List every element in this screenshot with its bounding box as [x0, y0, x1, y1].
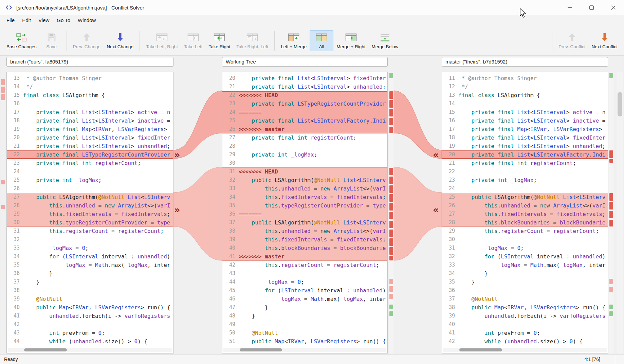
left-pane-line-28[interactable]: 28 this.unhandled = new ArrayList<>(varI	[7, 201, 173, 210]
working-tree-line-47[interactable]: 47 }	[222, 303, 387, 312]
vertical-scrollbar[interactable]	[617, 72, 623, 353]
working-tree-line-28[interactable]: 28	[222, 142, 387, 150]
left-pane-line-36[interactable]: 36 }	[7, 269, 173, 278]
working-tree-line-44[interactable]: 44 _logMax = 0;	[222, 278, 387, 286]
editor-pane-right[interactable]: 11 * @author Thomas Singer12 */13final c…	[442, 72, 608, 353]
scrollbar-thumb[interactable]	[24, 348, 67, 351]
left-pane-line-24[interactable]: 24	[7, 167, 173, 176]
right-pane-line-20[interactable]: 20 private final List<LSIntervalFactory.…	[442, 150, 608, 159]
right-pane-line-21[interactable]: 21 private final int registerCount;	[442, 159, 608, 167]
toolbar-button-merge-below[interactable]: Merge Below	[369, 30, 402, 51]
right-pane-line-16[interactable]: 16 private final List<LSInterval> inacti…	[442, 116, 608, 125]
left-pane-line-26[interactable]: 26	[7, 184, 173, 193]
right-pane-line-38[interactable]: 38 public Map<IRVar, LSVarRegisters> run…	[442, 303, 608, 312]
working-tree-line-32[interactable]: 32 public LSAlgorithm(@NotNull List<LSIn…	[222, 176, 387, 184]
left-pane-line-38[interactable]: 38	[7, 286, 173, 295]
right-pane-line-41[interactable]: 41 int prevFrom = 0;	[442, 329, 608, 337]
left-pane-line-21[interactable]: 21 private final List<LSInterval> unhand…	[7, 142, 173, 150]
menu-edit[interactable]: Edit	[18, 15, 35, 26]
working-tree-line-20[interactable]: 20 private final List<LSInterval> fixedI…	[222, 74, 387, 83]
working-tree-line-43[interactable]: 43	[222, 269, 387, 278]
right-pane-line-42[interactable]: 42 while (unhandled.size() > 0) {	[442, 337, 608, 346]
code-area-right[interactable]: 11 * @author Thomas Singer12 */13final c…	[442, 72, 608, 346]
toolbar-button-save[interactable]: Save	[40, 30, 63, 51]
working-tree-line-35[interactable]: 35 this.typeRegisterCountProvider = type	[222, 201, 387, 210]
working-tree-line-26[interactable]: 26>>>>>>> master	[222, 125, 387, 133]
left-pane-line-15[interactable]: 15final class LSAlgorithm {	[7, 91, 173, 99]
toolbar-button-prev-conflict[interactable]: Prev. Conflict	[555, 30, 588, 51]
working-tree-line-46[interactable]: 46 _logMax = Math.max(_logMax, inter	[222, 295, 387, 303]
right-pane-line-33[interactable]: 33 _logMax = Math.max(_logMax, inter	[442, 261, 608, 269]
scrollbar-thumb[interactable]	[618, 92, 622, 116]
right-pane-line-19[interactable]: 19 private final List<LSInterval> unhand…	[442, 142, 608, 150]
right-pane-line-34[interactable]: 34 }	[442, 269, 608, 278]
working-tree-line-27[interactable]: 27 private final int registerCount;	[222, 133, 387, 142]
working-tree-line-22[interactable]: 22<<<<<<< HEAD	[222, 91, 387, 99]
left-pane-line-17[interactable]: 17 private final List<LSInterval> active…	[7, 108, 173, 116]
right-pane-line-11[interactable]: 11 * @author Thomas Singer	[442, 74, 608, 83]
left-pane-line-32[interactable]: 32	[7, 235, 173, 244]
right-pane-line-27[interactable]: 27 this.fixedIntervals = fixedIntervals;	[442, 210, 608, 218]
right-pane-line-12[interactable]: 12 */	[442, 83, 608, 91]
right-pane-line-15[interactable]: 15 private final List<LSInterval> active…	[442, 108, 608, 116]
left-pane-line-13[interactable]: 13 * @author Thomas Singer	[7, 74, 173, 83]
toolbar-button-take-left[interactable]: Take Left	[181, 30, 206, 51]
horizontal-scrollbar-left[interactable]	[8, 348, 172, 352]
horizontal-scrollbar-right[interactable]	[443, 348, 607, 352]
left-pane-line-23[interactable]: 23 private final int registerCount;	[7, 159, 173, 167]
scrollbar-thumb[interactable]	[459, 348, 502, 351]
left-pane-line-37[interactable]: 37 }	[7, 278, 173, 286]
code-area-left[interactable]: 13 * @author Thomas Singer14 */15final c…	[7, 72, 173, 346]
right-pane-line-13[interactable]: 13final class LSAlgorithm {	[442, 91, 608, 99]
working-tree-line-31[interactable]: 31<<<<<<< HEAD	[222, 167, 387, 176]
left-pane-line-14[interactable]: 14 */	[7, 83, 173, 91]
editor-pane-middle[interactable]: 20 private final List<LSInterval> fixedI…	[222, 72, 388, 353]
working-tree-line-34[interactable]: 34 this.fixedIntervals = fixedIntervals;	[222, 193, 387, 201]
horizontal-scrollbar-middle[interactable]	[223, 348, 386, 352]
apply-right-change-arrow[interactable]: «	[433, 205, 439, 214]
working-tree-line-50[interactable]: 50 @NotNull	[222, 329, 387, 337]
left-pane-line-16[interactable]: 16	[7, 99, 173, 108]
scrollbar-thumb[interactable]	[240, 348, 282, 351]
right-pane-line-39[interactable]: 39 unhandled.forEach(i -> varToRegisters	[442, 312, 608, 320]
left-pane-line-22[interactable]: 22 private final LSTypeRegisterCountProv…	[7, 150, 173, 159]
right-pane-line-30[interactable]: 30	[442, 235, 608, 244]
toolbar-button-take-right[interactable]: Take Right	[206, 30, 234, 51]
toolbar-button-merge-right[interactable]: Merge + Right	[333, 30, 368, 51]
right-pane-line-37[interactable]: 37 @NotNull	[442, 295, 608, 303]
working-tree-line-48[interactable]: 48 }	[222, 312, 387, 320]
working-tree-line-25[interactable]: 25 private final List<LSIntervalFactory.…	[222, 116, 387, 125]
right-pane-line-17[interactable]: 17 private final Map<IRVar, LSVarRegiste…	[442, 125, 608, 133]
right-pane-line-35[interactable]: 35 }	[442, 278, 608, 286]
right-pane-line-32[interactable]: 32 for (LSInterval interval : unhandled)	[442, 252, 608, 261]
toolbar-button-all[interactable]: All	[310, 30, 333, 51]
right-pane-line-22[interactable]: 22	[442, 167, 608, 176]
working-tree-line-39[interactable]: 39 this.fixedIntervals = fixedIntervals;	[222, 235, 387, 244]
left-pane-line-31[interactable]: 31 this.registerCount = registerCount;	[7, 227, 173, 235]
toolbar-button-prev-change[interactable]: Prev. Change	[70, 30, 104, 51]
toolbar-button-take-left-right[interactable]: Take Left, Right	[143, 30, 181, 51]
left-pane-line-40[interactable]: 40 public Map<IRVar, LSVarRegisters> run…	[7, 303, 173, 312]
working-tree-line-21[interactable]: 21 private final List<LSInterval> unhand…	[222, 83, 387, 91]
right-pane-line-29[interactable]: 29 this.registerCount = registerCount;	[442, 227, 608, 235]
right-pane-line-26[interactable]: 26 this.unhandled = new ArrayList<>(varI	[442, 201, 608, 210]
left-pane-line-25[interactable]: 25 private int _logMax;	[7, 176, 173, 184]
right-pane-line-23[interactable]: 23 private int _logMax;	[442, 176, 608, 184]
toolbar-button-take-right-left[interactable]: Take Right, Left	[233, 30, 271, 51]
working-tree-line-37[interactable]: 37 public LSAlgorithm(@NotNull List<LSIn…	[222, 218, 387, 227]
left-pane-line-33[interactable]: 33 _logMax = 0;	[7, 244, 173, 252]
left-pane-line-35[interactable]: 35 _logMax = Math.max(_logMax, inter	[7, 261, 173, 269]
close-button[interactable]	[602, 0, 624, 15]
right-pane-line-31[interactable]: 31 _logMax = 0;	[442, 244, 608, 252]
right-pane-line-24[interactable]: 24	[442, 184, 608, 193]
minimize-button[interactable]	[559, 0, 581, 15]
working-tree-line-30[interactable]: 30	[222, 159, 387, 167]
working-tree-line-29[interactable]: 29 private int _logMax;	[222, 150, 387, 159]
left-pane-line-29[interactable]: 29 this.fixedIntervals = fixedIntervals;	[7, 210, 173, 218]
working-tree-line-38[interactable]: 38 this.unhandled = new ArrayList<>(varI	[222, 227, 387, 235]
menu-view[interactable]: View	[35, 15, 53, 26]
left-pane-line-43[interactable]: 43 int prevFrom = 0;	[7, 329, 173, 337]
right-pane-line-28[interactable]: 28 this.blockBoundaries = blockBoundarie	[442, 218, 608, 227]
apply-left-change-arrow[interactable]: »	[174, 150, 180, 159]
menu-go-to[interactable]: Go To	[53, 15, 74, 26]
